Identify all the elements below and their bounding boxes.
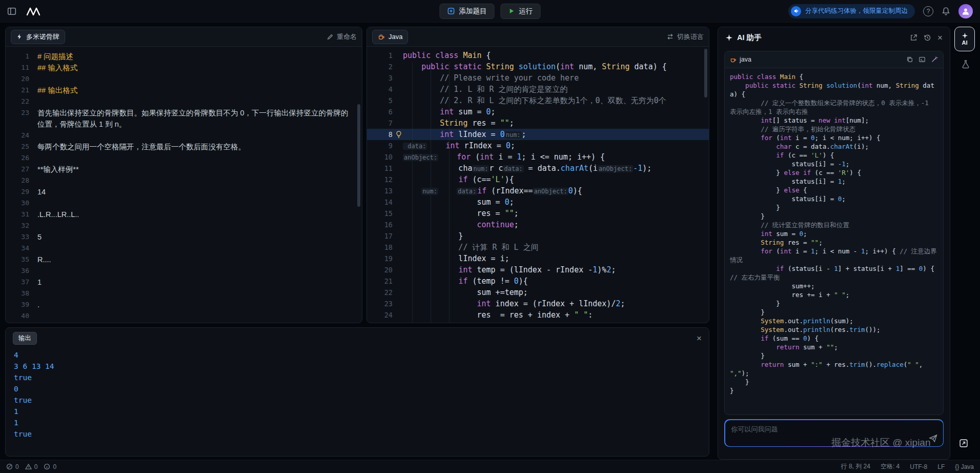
history-icon[interactable] (924, 34, 931, 42)
editor-line[interactable]: 13 num: data:if (rIndex==anObject:0){ (367, 185, 709, 196)
flask-icon[interactable] (961, 60, 970, 69)
markdown-line[interactable]: 11## 输入格式 (6, 62, 362, 73)
scrollbar-thumb[interactable] (357, 104, 360, 207)
promo-banner[interactable]: 分享代码练习体验，领限量定制周边 (788, 4, 915, 18)
statusbar-item[interactable]: {} Java (955, 462, 974, 471)
markdown-line[interactable]: 31.L.R...LR..L.. (6, 209, 362, 220)
editor-line[interactable]: 16 continue; (367, 219, 709, 230)
code-text: sum +=temp; (403, 287, 709, 298)
switch-language-button[interactable]: 切换语言 (666, 32, 704, 42)
editor-line[interactable]: 1public class Main { (367, 50, 709, 61)
markdown-line[interactable]: 25每两个数之间用一个空格隔开，注意最后一个数后面没有空格。 (6, 141, 362, 152)
markdown-text: R.... (37, 254, 362, 265)
markdown-text (37, 175, 362, 186)
markdown-line[interactable]: 39. (6, 299, 362, 310)
editor-line[interactable]: 3 // Please write your code here (367, 72, 709, 84)
app-logo-icon[interactable] (26, 7, 41, 16)
editor-line[interactable]: 4 // 1. L 和 R 之间的肯定是竖立的 (367, 84, 709, 95)
ai-toggle-button[interactable]: AI (954, 27, 975, 51)
errors-indicator[interactable]: 0 (6, 463, 19, 470)
statusbar-item[interactable]: 空格: 4 (881, 462, 900, 471)
editor-line[interactable]: 2 public static String solution(int num,… (367, 61, 709, 72)
editor-line[interactable]: 7 String res = ""; (367, 117, 709, 129)
scrollbar-thumb[interactable] (704, 49, 707, 97)
sidebar-toggle-icon[interactable] (7, 7, 16, 16)
close-icon[interactable]: × (937, 33, 943, 42)
ai-code-line: public class Main { (730, 72, 938, 81)
markdown-line[interactable]: 26 (6, 152, 362, 164)
markdown-line[interactable]: 34 (6, 243, 362, 254)
help-icon[interactable]: ? (923, 6, 933, 16)
rename-button[interactable]: 重命名 (326, 32, 357, 42)
editor-line[interactable]: 15 res = ""; (367, 208, 709, 219)
markdown-line[interactable]: 1# 问题描述 (6, 51, 362, 62)
send-icon[interactable] (929, 433, 938, 443)
statusbar-item[interactable]: UTF-8 (910, 462, 927, 471)
editor-line[interactable]: 10anObject: for (int i = 1; i <= num; i+… (367, 151, 709, 163)
markdown-line[interactable]: 40 (6, 310, 362, 322)
ai-question-input[interactable] (728, 423, 921, 436)
markdown-text (37, 243, 362, 254)
export-icon[interactable] (910, 34, 917, 42)
topbar-actions: 添加题目 运行 (440, 4, 541, 19)
markdown-line[interactable]: 20 (6, 73, 362, 85)
editor-line[interactable]: 8 int lIndex = 0num:; (367, 129, 709, 140)
avatar[interactable] (958, 4, 973, 18)
editor-line[interactable]: 11 chanum:r cdata: = data.charAt(ianObje… (367, 163, 709, 174)
line-number: 28 (6, 175, 37, 186)
markdown-line[interactable]: 28 (6, 175, 362, 186)
editor-line[interactable]: 23 int index = (rIndex + lIndex)/2; (367, 298, 709, 309)
statusbar-item[interactable]: 行 8, 列 24 (841, 462, 870, 471)
warnings-indicator[interactable]: 0 (25, 463, 38, 470)
markdown-line[interactable]: 32 (6, 220, 362, 231)
add-problem-button[interactable]: 添加题目 (440, 4, 495, 19)
code-editor[interactable]: 1public class Main {2 public static Stri… (367, 47, 709, 323)
markdown-line[interactable]: 30 (6, 198, 362, 209)
code-text: // 2. R 和 L 之间的下标之差单数为1个，0、双数、无穷为0个 (403, 95, 709, 106)
ai-code-line: public static String solution(int num, S… (730, 81, 938, 98)
editor-line[interactable]: 24 res = res + index + " ": (367, 309, 709, 321)
language-badge[interactable]: Java (372, 30, 408, 44)
open-window-icon[interactable] (958, 438, 969, 448)
line-number: 23 (6, 107, 37, 130)
markdown-line[interactable]: 38 (6, 288, 362, 299)
markdown-line[interactable]: 23首先输出保持竖立的骨牌数目。如果保持竖立的骨牌数目不为 0，下一行输出保持竖… (6, 107, 362, 130)
markdown-line[interactable]: 2914 (6, 186, 362, 198)
insert-code-icon[interactable] (918, 56, 926, 63)
run-button[interactable]: 运行 (501, 4, 541, 19)
editor-line[interactable]: 14 sum = 0; (367, 196, 709, 208)
editor-line[interactable]: 19 lIndex = i; (367, 253, 709, 264)
ai-code-line: } (730, 351, 938, 360)
ai-code-line: } (730, 378, 938, 386)
copy-icon[interactable] (906, 56, 913, 63)
markdown-line[interactable]: 22 (6, 96, 362, 107)
editor-line[interactable]: 5 // 2. R 和 L 之间的下标之差单数为1个，0、双数、无穷为0个 (367, 95, 709, 106)
output-line: 1 (14, 406, 701, 417)
markdown-line[interactable]: 335 (6, 231, 362, 243)
close-icon[interactable]: × (697, 334, 702, 343)
markdown-line[interactable]: 24 (6, 130, 362, 141)
markdown-line[interactable]: 27**输入样例** (6, 164, 362, 175)
editor-line[interactable]: 20 int temp = (lIndex - rIndex -1)%2; (367, 264, 709, 275)
wand-icon[interactable] (931, 56, 938, 63)
editor-line[interactable]: 17 } (367, 230, 709, 242)
bell-icon[interactable] (942, 7, 950, 15)
line-number: 22 (367, 287, 403, 298)
markdown-line[interactable]: 371 (6, 277, 362, 288)
problem-markdown-editor[interactable]: 1# 问题描述11## 输入格式2021## 输出格式2223首先输出保持竖立的… (6, 47, 362, 323)
ai-code-line: int sum = 0; (730, 229, 938, 238)
ai-code-line: if (sum == 0) { (730, 334, 938, 343)
info-indicator[interactable]: 0 (44, 463, 56, 470)
editor-line[interactable]: 9 data: int rIndex = 0; (367, 140, 709, 151)
markdown-line[interactable]: 21## 输出格式 (6, 85, 362, 96)
statusbar-item[interactable]: LF (937, 462, 945, 471)
markdown-line[interactable]: 35R.... (6, 254, 362, 265)
problem-title-badge[interactable]: 多米诺骨牌 (11, 30, 65, 44)
quickfix-bulb-icon[interactable] (395, 130, 403, 139)
editor-line[interactable]: 18 // 计算 R 和 L 之间 (367, 242, 709, 253)
markdown-line[interactable]: 36 (6, 265, 362, 277)
editor-line[interactable]: 22 sum +=temp; (367, 287, 709, 298)
editor-line[interactable]: 6 int sum = 0; (367, 106, 709, 117)
editor-line[interactable]: 12 if (c=='L'){ (367, 174, 709, 185)
editor-line[interactable]: 21 if (temp != 0){ (367, 275, 709, 287)
